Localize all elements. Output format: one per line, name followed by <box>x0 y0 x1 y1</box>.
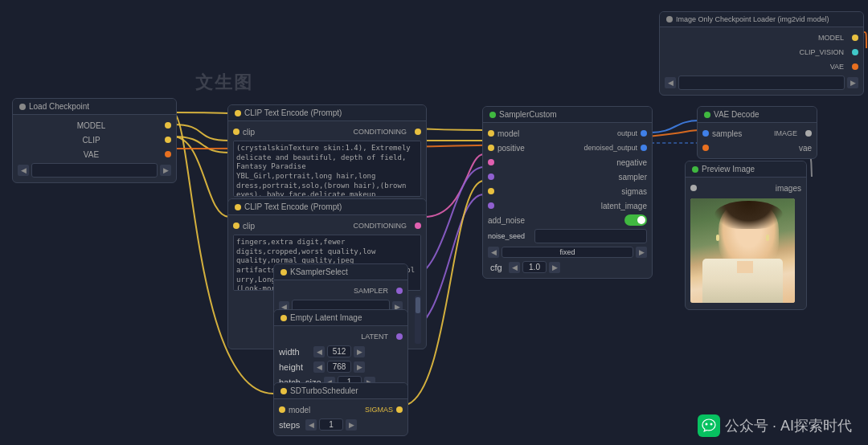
port-vae <box>165 151 171 157</box>
port-latent-out <box>396 333 403 340</box>
node-dot <box>280 315 287 321</box>
port-sampler-out <box>396 288 403 294</box>
port-cond-out <box>415 222 421 229</box>
page-title: 文生图 <box>195 71 253 95</box>
node-row-negative: negative <box>483 155 652 169</box>
node-load-checkpoint: Load Checkpoint MODEL CLIP VAE ◀ sd_xl_t… <box>12 98 177 183</box>
port-clip-vision-out <box>852 49 858 55</box>
add-noise-toggle[interactable] <box>624 214 647 226</box>
node-clip-neg-header: CLIP Text Encode (Prompt) <box>228 199 426 215</box>
control-next-btn[interactable]: ▶ <box>636 247 647 258</box>
node-row-sampler: sampler <box>483 169 652 184</box>
steps-value: 1 <box>319 418 343 431</box>
ckpt-prev-btn[interactable]: ◀ <box>665 77 676 88</box>
ckpt-prev-btn[interactable]: ◀ <box>18 165 29 176</box>
ckpt-name-row: ◀ svd_xt.safetensors ▶ <box>660 74 863 92</box>
node-title: CLIP Text Encode (Prompt) <box>244 202 342 211</box>
control-row: ◀ fixed ▶ <box>483 245 652 259</box>
port-clip-in <box>233 129 240 135</box>
height-next-btn[interactable]: ▶ <box>354 361 365 373</box>
node-input-ckpt: ◀ sd_xl_turbo_1.0.safetensors ▶ <box>13 161 176 179</box>
steps-row: steps ◀ 1 ▶ <box>274 417 407 432</box>
cfg-prev-btn[interactable]: ◀ <box>509 262 520 273</box>
node-load-checkpoint-header: Load Checkpoint <box>13 99 176 115</box>
node-dot <box>19 104 26 110</box>
node-body: MODEL CLIP_VISION VAE ◀ svd_xt.safetenso… <box>660 27 863 95</box>
height-prev-btn[interactable]: ◀ <box>313 361 325 373</box>
clip-pos-text[interactable]: (crystalskinTexture skin:1.4), Extremely… <box>233 141 421 197</box>
steps-prev-btn[interactable]: ◀ <box>305 419 317 431</box>
width-prev-btn[interactable]: ◀ <box>313 346 325 357</box>
node-vae-decode-header: VAE Decode <box>698 107 817 123</box>
port-vae-in <box>702 145 709 151</box>
noise-seed-input[interactable]: 0 <box>534 229 647 243</box>
port-sigmas-in <box>488 188 494 194</box>
node-sdturbo-header: SDTurboScheduler <box>274 383 407 399</box>
watermark: 公众号 · AI探索时代 <box>698 414 852 437</box>
node-row-model: MODEL <box>13 118 176 133</box>
port-output <box>641 130 647 137</box>
node-preview-image: Preview Image images <box>685 161 807 310</box>
wechat-icon <box>698 414 720 437</box>
node-sampler-custom-header: SamplerCustom <box>483 107 652 123</box>
node-title: KSamplerSelect <box>290 267 348 276</box>
port-clip-in <box>233 222 240 229</box>
node-dot <box>704 112 710 118</box>
node-row-vae: VAE <box>13 147 176 161</box>
ckpt-name-input[interactable]: sd_xl_turbo_1.0.safetensors <box>31 163 158 178</box>
width-next-btn[interactable]: ▶ <box>354 346 365 357</box>
ckpt-name-input[interactable]: svd_xt.safetensors <box>678 76 845 90</box>
width-row: width ◀ 512 ▶ <box>274 344 407 359</box>
port-cond-out <box>415 129 421 135</box>
control-prev-btn[interactable]: ◀ <box>488 247 499 258</box>
node-row-clip-vision-out: CLIP_VISION <box>660 45 863 59</box>
node-row-model: model output <box>483 126 652 141</box>
node-body: model SIGMAS steps ◀ 1 ▶ <box>274 399 407 435</box>
node-title: Image Only Checkpoint Loader (img2vid mo… <box>676 15 829 23</box>
port-images-in <box>690 185 697 191</box>
port-latent-in <box>488 202 494 209</box>
node-dot <box>280 269 287 276</box>
node-toggle-noise: add_noise <box>483 213 652 227</box>
port-model-in <box>488 130 494 137</box>
width-value: 512 <box>327 345 351 357</box>
node-body: MODEL CLIP VAE ◀ sd_xl_turbo_1.0.safeten… <box>13 115 176 182</box>
node-image-only-header: Image Only Checkpoint Loader (img2vid mo… <box>660 12 863 27</box>
node-clip-pos-header: CLIP Text Encode (Prompt) <box>228 105 426 121</box>
node-dot <box>692 166 698 173</box>
node-body: model output positive denoised_output ne… <box>483 123 652 278</box>
steps-next-btn[interactable]: ▶ <box>346 419 357 431</box>
node-ksampler-select-header: KSamplerSelect <box>274 264 407 280</box>
node-row-vae-in: vae <box>698 141 817 155</box>
node-dot <box>489 112 496 118</box>
port-model-in <box>279 406 285 413</box>
node-sdturbo-scheduler: SDTurboScheduler model SIGMAS steps ◀ 1 … <box>273 382 408 436</box>
node-title: SDTurboScheduler <box>290 386 358 395</box>
control-value: fixed <box>502 247 633 258</box>
port-clip <box>165 137 171 143</box>
node-title: Empty Latent Image <box>290 313 362 322</box>
node-body: images <box>686 178 806 309</box>
cfg-value: 1.0 <box>522 261 547 273</box>
ckpt-next-btn[interactable]: ▶ <box>160 165 171 176</box>
node-row-clip: CLIP <box>13 133 176 147</box>
node-row-latent: latent_image <box>483 198 652 213</box>
svg-point-1 <box>710 423 712 426</box>
node-row-sampler-out: SAMPLER <box>274 284 407 298</box>
port-model <box>165 122 171 129</box>
node-title: VAE Decode <box>714 110 760 119</box>
port-negative-in <box>488 159 494 165</box>
node-empty-latent: Empty Latent Image LATENT width ◀ 512 ▶ … <box>273 309 408 394</box>
ckpt-next-btn[interactable]: ▶ <box>847 77 858 88</box>
port-samples-in <box>702 130 709 137</box>
port-sigmas-out <box>396 406 403 413</box>
node-body: samples IMAGE vae <box>698 123 817 158</box>
node-empty-latent-header: Empty Latent Image <box>274 310 407 326</box>
height-row: height ◀ 768 ▶ <box>274 359 407 374</box>
node-title: Load Checkpoint <box>29 102 89 111</box>
noise-seed-row: noise_seed 0 <box>483 227 652 245</box>
cfg-next-btn[interactable]: ▶ <box>549 262 560 273</box>
port-denoised <box>641 145 647 151</box>
port-sampler-in <box>488 174 494 180</box>
node-row-vae-out: VAE <box>660 59 863 74</box>
